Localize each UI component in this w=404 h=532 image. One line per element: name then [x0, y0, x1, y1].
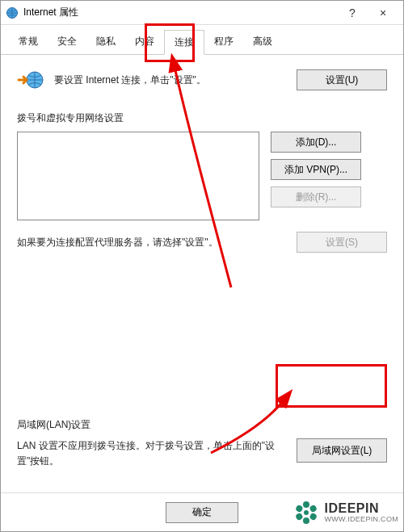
watermark-brand: IDEEPIN	[325, 501, 399, 516]
internet-properties-dialog: Internet 属性 ? × 常规 安全 隐私 内容 连接 程序 高级 要设置…	[0, 0, 404, 532]
watermark-url: WWW.IDEEPIN.COM	[325, 516, 399, 524]
watermark: IDEEPIN WWW.IDEEPIN.COM	[292, 499, 399, 526]
tab-advanced[interactable]: 高级	[243, 30, 282, 54]
lan-hint-text: LAN 设置不应用到拨号连接。对于拨号设置，单击上面的"设置"按钮。	[17, 438, 285, 469]
setup-button[interactable]: 设置(U)	[297, 69, 387, 90]
annotation-highlight-lan	[276, 364, 387, 408]
svg-point-2	[304, 510, 309, 515]
dial-connections-listbox[interactable]	[17, 132, 259, 220]
tab-security[interactable]: 安全	[48, 30, 86, 54]
connection-wizard-icon	[17, 68, 44, 92]
remove-dial-button[interactable]: 删除(R)...	[271, 186, 361, 207]
dial-section-label: 拨号和虚拟专用网络设置	[17, 111, 387, 125]
setup-hint-text: 要设置 Internet 连接，单击"设置"。	[54, 73, 287, 87]
tab-content[interactable]: 内容	[125, 30, 164, 54]
help-button[interactable]: ?	[337, 3, 368, 23]
ok-button[interactable]: 确定	[166, 502, 238, 523]
globe-small-icon	[6, 6, 19, 19]
tab-panel-connections: 要设置 Internet 连接，单击"设置"。 设置(U) 拨号和虚拟专用网络设…	[1, 55, 403, 266]
tabbar: 常规 安全 隐私 内容 连接 程序 高级	[1, 25, 403, 55]
tab-connections[interactable]: 连接	[164, 30, 204, 55]
lan-settings-button[interactable]: 局域网设置(L)	[297, 438, 387, 463]
titlebar: Internet 属性 ? ×	[1, 1, 403, 25]
lan-section-label: 局域网(LAN)设置	[17, 418, 387, 432]
proxy-hint-text: 如果要为连接配置代理服务器，请选择"设置"。	[17, 236, 218, 249]
window-title: Internet 属性	[23, 6, 337, 19]
add-vpn-button[interactable]: 添加 VPN(P)...	[271, 159, 361, 180]
tab-general[interactable]: 常规	[9, 30, 48, 54]
tab-programs[interactable]: 程序	[204, 30, 243, 54]
tab-privacy[interactable]: 隐私	[86, 30, 125, 54]
ideepin-logo-icon	[292, 499, 320, 526]
close-button[interactable]: ×	[368, 3, 398, 23]
add-dial-button[interactable]: 添加(D)...	[271, 132, 361, 153]
dial-settings-button[interactable]: 设置(S)	[297, 232, 387, 253]
